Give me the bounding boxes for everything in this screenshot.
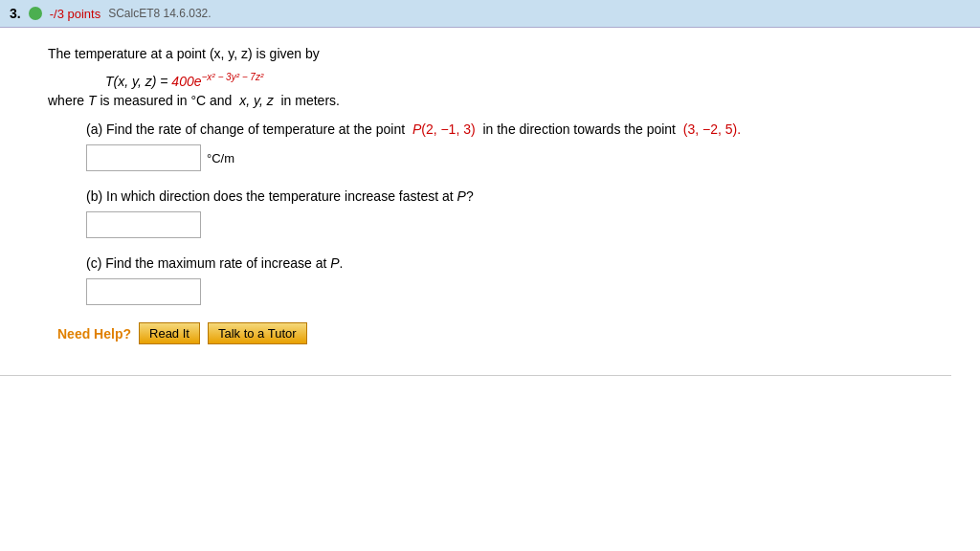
sub-c-input[interactable]: [86, 278, 201, 305]
sub-a-unit: °C/m: [207, 151, 234, 165]
sub-b-answer-row: [86, 211, 951, 238]
sub-question-a: (a) Find the rate of change of temperatu…: [86, 121, 951, 171]
sub-c-answer-row: [86, 278, 951, 305]
formula-value: 400e−x² − 3y² − 7z²: [171, 74, 263, 89]
formula-line: T(x, y, z) = 400e−x² − 3y² − 7z²: [105, 72, 951, 89]
source-label: SCalcET8 14.6.032.: [108, 7, 211, 20]
sub-question-c: (c) Find the maximum rate of increase at…: [86, 255, 951, 305]
question-header: 3. -/3 points SCalcET8 14.6.032.: [0, 0, 980, 28]
intro-text: The temperature at a point (x, y, z) is …: [48, 46, 320, 61]
read-it-button[interactable]: Read It: [139, 322, 200, 344]
sub-a-label: (a) Find the rate of change of temperatu…: [86, 121, 951, 137]
sub-c-label: (c) Find the maximum rate of increase at…: [86, 255, 951, 271]
question-number: 3.: [10, 6, 21, 21]
formula-prefix: T(x, y, z) =: [105, 74, 171, 89]
problem-intro: The temperature at a point (x, y, z) is …: [48, 43, 951, 64]
divider: [0, 375, 951, 376]
sub-b-input[interactable]: [86, 211, 201, 238]
points-label: -/3 points: [50, 7, 100, 21]
sub-question-b: (b) In which direction does the temperat…: [86, 188, 951, 238]
sub-b-label: (b) In which direction does the temperat…: [86, 188, 951, 204]
sub-a-input[interactable]: [86, 144, 201, 171]
need-help-label: Need Help?: [57, 326, 131, 342]
sub-a-answer-row: °C/m: [86, 144, 951, 171]
where-clause: where T is measured in °C and x, y, z in…: [48, 93, 951, 108]
talk-to-tutor-button[interactable]: Talk to a Tutor: [208, 322, 307, 344]
question-status-icon: [29, 7, 42, 20]
question-body: The temperature at a point (x, y, z) is …: [0, 28, 980, 375]
need-help-section: Need Help? Read It Talk to a Tutor: [57, 322, 951, 360]
